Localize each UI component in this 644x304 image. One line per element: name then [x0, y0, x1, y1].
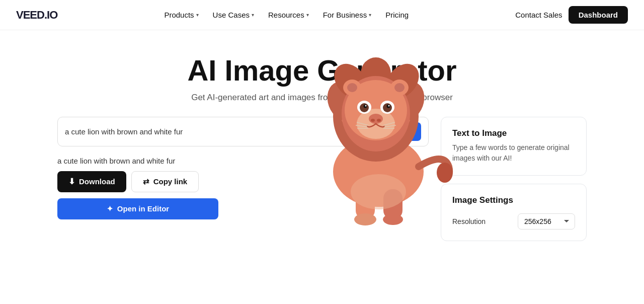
search-bar: Generate	[57, 117, 429, 146]
resolution-label: Resolution	[452, 217, 486, 225]
chevron-down-icon: ▾	[306, 12, 309, 18]
nav-products[interactable]: Products ▾	[159, 8, 203, 22]
svg-point-36	[383, 214, 403, 225]
open-in-editor-button[interactable]: ✦ Open in Editor	[57, 198, 218, 219]
dashboard-button[interactable]: Dashboard	[569, 6, 628, 24]
chevron-down-icon: ▾	[196, 12, 199, 18]
chevron-down-icon: ▾	[369, 12, 371, 18]
download-icon: ⬇	[68, 177, 75, 186]
image-settings-card: Image Settings Resolution 256x256 512x51…	[441, 184, 587, 241]
editor-icon: ✦	[107, 204, 113, 213]
action-buttons: ⬇ Download ⇄ Copy link	[57, 171, 429, 192]
page-title: AI Image Generator	[10, 54, 634, 87]
right-panel: Text to Image Type a few words to genera…	[441, 117, 587, 241]
text-to-image-description: Type a few words to generate original im…	[452, 142, 575, 164]
resolution-setting: Resolution 256x256 512x512 1024x1024	[452, 213, 575, 230]
nav-resources[interactable]: Resources ▾	[263, 8, 314, 22]
share-icon: ⇄	[143, 177, 149, 186]
nav-pricing[interactable]: Pricing	[380, 8, 414, 22]
image-settings-title: Image Settings	[452, 195, 575, 205]
image-caption: a cute lion with brown and white fur	[57, 157, 429, 165]
hero-subtitle: Get AI-generated art and images from tex…	[10, 93, 634, 103]
text-to-image-title: Text to Image	[452, 128, 575, 138]
copy-link-button[interactable]: ⇄ Copy link	[131, 171, 199, 192]
generate-button[interactable]: Generate	[366, 122, 421, 141]
logo[interactable]: VEED.IO	[16, 9, 57, 22]
text-to-image-card: Text to Image Type a few words to genera…	[441, 117, 587, 176]
nav-use-cases[interactable]: Use Cases ▾	[208, 8, 259, 22]
svg-rect-34	[383, 189, 403, 219]
nav-right: Contact Sales Dashboard	[515, 6, 628, 24]
download-button[interactable]: ⬇ Download	[57, 171, 126, 192]
resolution-select[interactable]: 256x256 512x512 1024x1024	[518, 213, 575, 230]
prompt-input[interactable]	[65, 127, 360, 136]
svg-point-35	[354, 213, 376, 225]
chevron-down-icon: ▾	[252, 12, 254, 18]
contact-sales-link[interactable]: Contact Sales	[515, 11, 562, 19]
nav-for-business[interactable]: For Business ▾	[318, 8, 377, 22]
navigation: VEED.IO Products ▾ Use Cases ▾ Resources…	[0, 0, 644, 30]
nav-links: Products ▾ Use Cases ▾ Resources ▾ For B…	[159, 8, 414, 22]
left-panel: Generate a cute lion with brown and whit…	[57, 117, 429, 241]
hero-section: AI Image Generator Get AI-generated art …	[0, 30, 644, 117]
main-content: Generate a cute lion with brown and whit…	[45, 117, 599, 261]
image-result-area: a cute lion with brown and white fur ⬇ D…	[57, 157, 429, 219]
